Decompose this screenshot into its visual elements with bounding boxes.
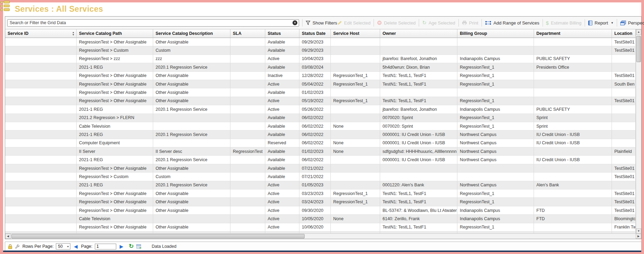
cell bbox=[230, 122, 265, 130]
table-row[interactable]: Cable TelevisionActive10/05/2020None6140… bbox=[5, 215, 636, 223]
cell: Other Assignable bbox=[153, 72, 230, 80]
vertical-scrollbar[interactable]: ▲ ▼ bbox=[636, 29, 641, 234]
table-row[interactable]: RegressionTest > Other AssignableOther A… bbox=[5, 189, 636, 198]
table-row[interactable]: RegressionTest > Other AssignableOther A… bbox=[5, 97, 636, 105]
chevron-down-icon: ▼ bbox=[67, 245, 69, 248]
cell bbox=[331, 164, 380, 173]
table-row[interactable]: RegressionTest > zzzzzzActive10/04/2023j… bbox=[5, 55, 636, 63]
scroll-left-icon[interactable]: ◀ bbox=[5, 234, 11, 239]
report-button[interactable]: Report ▼ bbox=[588, 20, 614, 26]
scroll-right-icon[interactable]: ▶ bbox=[636, 234, 641, 239]
cell: 12/28/2022 bbox=[299, 72, 331, 80]
cell bbox=[612, 181, 636, 189]
table-row[interactable]: 2021-1 REG2020.1 Regression ServiceAvail… bbox=[5, 130, 636, 139]
cell bbox=[534, 72, 612, 80]
export-grid-icon[interactable] bbox=[136, 244, 142, 249]
column-header-owner[interactable]: Owner bbox=[380, 29, 457, 38]
add-range-of-services-button[interactable]: Add Range of Services bbox=[485, 20, 539, 26]
horizontal-scrollbar[interactable]: ◀ ▶ bbox=[5, 233, 641, 239]
cell: Active bbox=[265, 215, 299, 223]
table-row[interactable]: II ServerII Server descRegressionTestAva… bbox=[5, 147, 636, 156]
cell: 09/29/2023 bbox=[299, 46, 331, 55]
age-selected-button[interactable]: ↻ Age Selected bbox=[422, 20, 455, 26]
column-header-service-host[interactable]: Service Host bbox=[331, 29, 380, 38]
column-header-department[interactable]: Department bbox=[534, 29, 612, 38]
table-row[interactable]: RegressionTest > Other AssignableOther A… bbox=[5, 80, 636, 88]
cell: Indianapolis Campus bbox=[457, 55, 534, 63]
column-header-location[interactable]: Location bbox=[612, 29, 636, 38]
cell: IU Credit Union - IUSB bbox=[534, 130, 612, 139]
cell: 2021.2 Regression > FLERN bbox=[77, 114, 153, 122]
column-header-service-id[interactable]: Service ID▲▼ bbox=[5, 29, 77, 38]
cell bbox=[331, 88, 380, 97]
lock-icon[interactable] bbox=[8, 244, 12, 249]
table-row[interactable]: 2021-1 REG2020.1 Regression ServiceActiv… bbox=[5, 105, 636, 114]
table-row[interactable]: 2021.2 Regression > FLERNAvailable06/02/… bbox=[5, 114, 636, 122]
cell: TestSite01 bbox=[612, 164, 636, 173]
prev-page-button[interactable]: ◀ bbox=[73, 244, 79, 249]
table-row[interactable]: RegressionTest > CustomCustomAvailable09… bbox=[5, 46, 636, 55]
column-header-sla[interactable]: SLA bbox=[230, 29, 265, 38]
refresh-icon[interactable]: ↻ bbox=[129, 244, 134, 249]
scroll-up-icon[interactable]: ▲ bbox=[636, 29, 641, 35]
vertical-scrollbar-thumb[interactable] bbox=[636, 36, 641, 62]
report-icon bbox=[588, 20, 593, 26]
column-header-service-catalog-path[interactable]: Service Catalog Path bbox=[77, 29, 153, 38]
cell: Active bbox=[265, 80, 299, 88]
cell bbox=[534, 46, 612, 55]
table-row[interactable]: 2021-1 REG2020.1 Regression ServiceAvail… bbox=[5, 156, 636, 164]
search-container: ✕ bbox=[7, 19, 299, 27]
table-row[interactable]: RegressionTest > Other AssignableOther A… bbox=[5, 206, 636, 215]
clear-search-icon[interactable]: ✕ bbox=[293, 20, 297, 25]
cell: TestSite01 bbox=[612, 173, 636, 181]
cell: 09/29/2023 bbox=[299, 38, 331, 46]
toolbar-separator bbox=[302, 19, 303, 27]
cell: Available bbox=[265, 46, 299, 55]
cell: Available bbox=[265, 114, 299, 122]
rows-per-page-select[interactable]: 50 ▼ bbox=[56, 243, 70, 250]
table-row[interactable]: RegressionTest > Other AssignableOther A… bbox=[5, 38, 636, 46]
table-row[interactable]: RegressionTest > Other AssignableOther A… bbox=[5, 223, 636, 232]
column-header-billing-group[interactable]: Billing Group bbox=[457, 29, 534, 38]
estimate-billing-button[interactable]: $ Estimate Billing bbox=[546, 20, 582, 26]
cell: 0000001: IU Credit Union - IUSB bbox=[380, 156, 457, 164]
perspectives-button[interactable]: Perspectives ▼ bbox=[620, 20, 644, 26]
page-input[interactable] bbox=[95, 244, 116, 250]
next-page-button[interactable]: ▶ bbox=[119, 244, 125, 249]
delete-selected-button[interactable]: Delete Selected bbox=[377, 20, 416, 26]
search-input[interactable] bbox=[7, 19, 299, 27]
cell: RegressionTest_1 bbox=[457, 223, 534, 232]
table-row[interactable]: Computer EquipmentReserved06/02/2022None… bbox=[5, 139, 636, 147]
cell bbox=[534, 97, 612, 105]
table-row[interactable]: RegressionTest > Other AssignableOther A… bbox=[5, 198, 636, 206]
table-row[interactable]: 2021-1 REG2020.1 Regression ServiceActiv… bbox=[5, 181, 636, 189]
cell: sdfgsdgfsd: HHHHhuuuric, Alllllennnnn bbox=[380, 147, 457, 156]
table-row[interactable]: RegressionTest > Other AssignableOther A… bbox=[5, 164, 636, 173]
cell bbox=[457, 88, 534, 97]
table-row[interactable]: RegressionTest > Other AssignableOther A… bbox=[5, 72, 636, 80]
cell bbox=[5, 122, 77, 130]
wrench-icon[interactable] bbox=[15, 244, 20, 249]
cell bbox=[331, 181, 380, 189]
show-filters-button[interactable]: Show Filters bbox=[306, 20, 337, 26]
cell: Franklin Tw bbox=[612, 223, 636, 232]
column-header-status[interactable]: Status bbox=[265, 29, 299, 38]
cell: 10/06/2020 bbox=[299, 223, 331, 232]
cell: TestN1: TestL1, TestF1 bbox=[380, 72, 457, 80]
sort-icon[interactable]: ▲▼ bbox=[72, 31, 75, 36]
column-header-service-catalog-description[interactable]: Service Catalog Description bbox=[153, 29, 230, 38]
horizontal-scrollbar-thumb[interactable] bbox=[11, 234, 305, 238]
cell: 0070020: Sprint bbox=[380, 122, 457, 130]
cell bbox=[612, 88, 636, 97]
edit-selected-button[interactable]: Edit Selected bbox=[337, 20, 371, 26]
pencil-icon bbox=[337, 20, 342, 25]
table-row[interactable]: Cable TelevisionAvailable06/02/2022None0… bbox=[5, 122, 636, 130]
table-row[interactable]: RegressionTest > CustomCustomAvailable07… bbox=[5, 173, 636, 181]
cell: Sprint bbox=[534, 122, 612, 130]
print-button[interactable]: Print bbox=[462, 20, 478, 26]
column-header-status-date[interactable]: Status Date bbox=[299, 29, 331, 38]
cell: None bbox=[331, 122, 380, 130]
table-row[interactable]: RegressionTest > Other AssignableOther A… bbox=[5, 88, 636, 97]
cell: TestN1: TestL1, TestF1 bbox=[380, 198, 457, 206]
table-row[interactable]: 2021-1 REG2020.1 Regression ServiceAvail… bbox=[5, 63, 636, 71]
